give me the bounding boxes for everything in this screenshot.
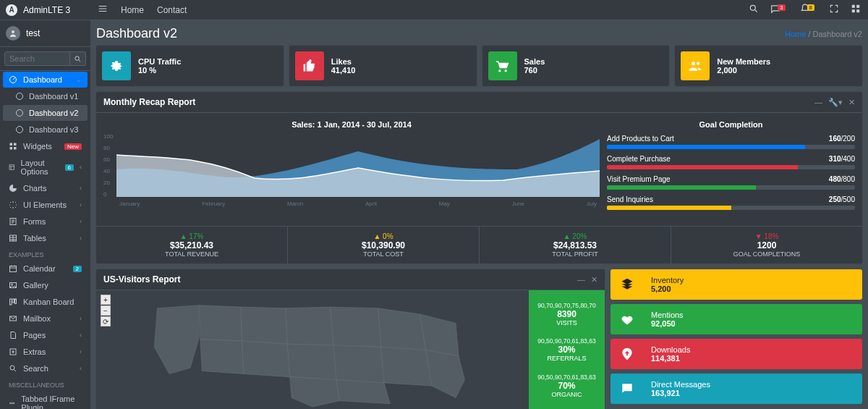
collapse-icon[interactable]: — [814,98,822,107]
sidebar-item-tables[interactable]: Tables‹ [3,230,88,246]
info-box-row: CPU Traffic10 % Likes41,410 Sales760 New… [96,46,862,86]
sidebar-item-dashboard-v3[interactable]: Dashboard v3 [3,122,88,138]
side-box-icon [610,269,644,300]
svg-rect-1 [852,5,855,8]
nav-home[interactable]: Home [121,5,144,15]
close-icon[interactable]: ✕ [591,275,597,284]
sidebar-header-misc: MISCELLANEOUS [3,377,88,390]
svg-rect-10 [10,147,13,150]
svg-rect-15 [10,266,17,272]
svg-point-25 [12,402,13,404]
chevron-down-icon: ⌄ [76,76,82,83]
info-box-likes: Likes41,410 [289,46,477,86]
svg-rect-11 [14,147,17,150]
svg-rect-18 [10,299,12,305]
svg-point-28 [697,62,699,65]
side-box-icon [610,339,644,369]
goal-item: Add Products to Cart160/200 [607,135,855,149]
sales-area-chart: 100806040200 JanuaryFebruaryMarchAprilMa… [103,133,600,211]
svg-point-27 [692,62,695,65]
grid-icon[interactable] [851,4,861,16]
breadcrumb: Home / Dashboard v2 [785,30,862,38]
footer-stat: ▲ 0% $10,390.90 TOTAL COST [288,227,480,263]
sidebar: test Dashboard⌄ Dashboard v1 Dashboard v… [0,20,90,409]
info-box-cpu: CPU Traffic10 % [96,46,284,86]
tool-dropdown-icon[interactable]: 🔧▾ [828,98,843,107]
topbar: Home Contact 3 8 [0,0,868,20]
close-icon[interactable]: ✕ [848,98,855,107]
footer-stat: ▼ 18% 1200 GOAL COMPLETIONS [671,227,862,263]
sidebar-item-forms[interactable]: Forms‹ [3,214,88,229]
hamburger-icon[interactable] [98,4,108,16]
recap-title: Monthly Recap Report [103,97,195,107]
sidebar-item-charts[interactable]: Charts‹ [3,180,88,196]
collapse-icon[interactable]: — [577,275,585,284]
side-box: Mentions92,050 [610,304,862,334]
side-box-icon [610,304,644,334]
users-icon [681,51,710,80]
svg-point-0 [750,5,755,10]
gear-icon [102,51,131,80]
side-box: Inventory5,200 [610,269,862,300]
brand-logo: A [6,4,17,16]
sidebar-item-search[interactable]: Search‹ [3,360,88,376]
side-box-icon [610,374,644,404]
thumbs-up-icon [295,51,324,80]
map-reset[interactable]: ⟳ [101,316,111,326]
brand[interactable]: A AdminLTE 3 [0,0,90,20]
content: Dashboard v2 Home / Dashboard v2 CPU Tra… [90,20,868,409]
us-map[interactable]: + − ⟳ [96,290,529,409]
sidebar-search-button[interactable] [70,51,86,66]
user-name: test [26,28,40,38]
svg-rect-4 [856,9,859,12]
map-zoom-out[interactable]: − [101,305,111,316]
svg-rect-3 [852,9,855,12]
svg-point-6 [75,56,80,60]
side-box: Direct Messages163,921 [610,374,862,404]
sales-chart-title: Sales: 1 Jan, 2014 - 30 Jul, 2014 [103,120,600,129]
sidebar-item-layout[interactable]: Layout Options6‹ [3,155,88,180]
nav-contact[interactable]: Contact [157,5,187,15]
sidebar-item-extras[interactable]: Extras‹ [3,344,88,360]
messages-icon[interactable]: 3 [770,4,788,16]
svg-point-26 [13,402,14,404]
page-title: Dashboard v2 [96,26,177,41]
sidebar-header-examples: EXAMPLES [3,247,88,260]
sidebar-item-tabbed[interactable]: Tabbed IFrame Plugin [3,391,88,409]
sidebar-item-dashboard[interactable]: Dashboard⌄ [3,72,88,88]
sidebar-item-kanban[interactable]: Kanban Board [3,294,88,310]
avatar [6,26,20,41]
sidebar-item-dashboard-v2[interactable]: Dashboard v2 [3,105,88,121]
svg-point-5 [12,30,14,33]
goal-item: Send Inquiries250/500 [607,195,855,210]
map-zoom-in[interactable]: + [101,295,111,305]
bell-icon[interactable]: 8 [800,4,817,16]
sidebar-search-input[interactable] [4,51,70,66]
search-icon[interactable] [749,4,759,16]
sidebar-item-gallery[interactable]: Gallery [3,277,88,293]
fullscreen-icon[interactable] [829,4,839,16]
svg-point-24 [10,402,12,404]
visitors-stats: 90,70,90,70,75,80,708390VISITS90,50,90,7… [529,290,605,409]
svg-rect-9 [14,143,17,146]
svg-rect-20 [15,299,17,304]
sidebar-item-calendar[interactable]: Calendar2 [3,261,88,277]
svg-rect-8 [10,143,13,146]
cart-icon [488,51,517,80]
sidebar-item-mailbox[interactable]: Mailbox‹ [3,311,88,326]
sidebar-item-dashboard-v1[interactable]: Dashboard v1 [3,88,88,104]
card-monthly-recap: Monthly Recap Report — 🔧▾ ✕ Sales: 1 Jan… [96,92,862,263]
sidebar-item-widgets[interactable]: WidgetsNew [3,138,88,154]
user-panel[interactable]: test [0,20,90,47]
visitors-title: US-Visitors Report [103,274,180,284]
svg-rect-19 [12,299,14,303]
svg-rect-2 [856,5,859,8]
breadcrumb-home[interactable]: Home [785,30,806,38]
sidebar-item-ui[interactable]: UI Elements‹ [3,197,88,213]
sidebar-item-pages[interactable]: Pages‹ [3,327,88,343]
info-box-members: New Members2,000 [675,46,862,86]
info-box-sales: Sales760 [482,46,670,86]
breadcrumb-current: Dashboard v2 [813,30,863,38]
goal-item: Visit Premium Page480/800 [607,175,855,190]
goal-item: Complete Purchase310/400 [607,155,855,169]
